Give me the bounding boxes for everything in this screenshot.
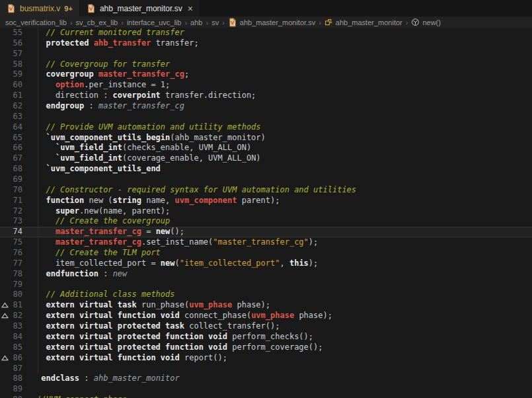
line-number[interactable]: 55 — [13, 28, 22, 38]
line-number[interactable]: 83 — [13, 321, 22, 332]
code-token — [36, 38, 46, 48]
line-number[interactable]: 77 — [13, 259, 22, 269]
code-line[interactable]: 68 `uvm_component_utils_end — [0, 164, 532, 175]
code-line[interactable]: 80 // Additional class methods — [0, 290, 532, 300]
breadcrumb-item-class[interactable]: ahb_master_monitor — [324, 18, 402, 26]
code-line[interactable]: 58 // Covergroup for transfer — [0, 60, 532, 70]
code-token: // Current monitored transfer — [36, 28, 184, 37]
line-number[interactable]: 61 — [13, 91, 22, 101]
code-line[interactable]: 74 master_transfer_cg = new(); — [0, 227, 532, 237]
line-number[interactable]: 63 — [13, 112, 22, 122]
line-number[interactable]: 68 — [13, 164, 22, 175]
line-number[interactable]: 89 — [13, 384, 22, 395]
code-text: item_collected_port = new("item_collecte… — [36, 259, 318, 269]
code-line[interactable]: 86 extern virtual function void report()… — [0, 353, 532, 364]
code-line[interactable]: 56 protected ahb_transfer transfer; — [0, 38, 532, 49]
gutter: 55 — [0, 28, 36, 38]
code-line[interactable]: 73 // Create the covergroup — [0, 216, 532, 227]
code-line[interactable]: 79 — [0, 280, 532, 290]
line-number[interactable]: 69 — [13, 175, 22, 185]
code-line[interactable]: 84 extern virtual protected function voi… — [0, 332, 532, 342]
breadcrumb-item-file[interactable]: Vahb_master_monitor.sv — [228, 17, 315, 27]
breadcrumb-item[interactable]: interface_uvc_lib — [127, 19, 182, 26]
code-line[interactable]: 87 — [0, 364, 532, 374]
code-line[interactable]: 69 — [0, 175, 532, 185]
code-line[interactable]: 59 covergroup master_transfer_cg; — [0, 69, 532, 80]
line-number[interactable]: 81 — [13, 300, 22, 311]
code-line[interactable]: 82 extern virtual function void connect_… — [0, 311, 532, 321]
gutter: 86 — [0, 353, 36, 364]
line-number[interactable]: 84 — [13, 332, 22, 342]
line-number[interactable]: 62 — [13, 101, 22, 112]
code-line[interactable]: 75 master_transfer_cg.set_inst_name("mas… — [0, 237, 532, 248]
code-line[interactable]: 62 endgroup : master_transfer_cg — [0, 101, 532, 112]
line-number[interactable]: 57 — [13, 49, 22, 60]
code-line[interactable]: 55 // Current monitored transfer — [0, 28, 532, 38]
code-line[interactable]: 90//UVM connect_phase — [0, 395, 532, 398]
code-line[interactable]: 76 // Create the TLM port — [0, 248, 532, 259]
code-token: (checks_enable, UVM_ALL_ON) — [122, 143, 251, 152]
extern-marker-icon[interactable] — [1, 313, 9, 319]
line-number[interactable]: 88 — [13, 374, 22, 384]
line-number[interactable]: 82 — [13, 311, 22, 321]
extern-marker-icon[interactable] — [1, 355, 9, 361]
breadcrumb: soc_verification_lib›sv_cb_ex_lib›interf… — [0, 17, 532, 28]
breadcrumb-item[interactable]: sv_cb_ex_lib — [76, 19, 118, 26]
code-line[interactable]: 61 direction : coverpoint transfer.direc… — [0, 91, 532, 101]
line-number[interactable]: 75 — [13, 237, 22, 248]
code-line[interactable]: 57 — [0, 49, 532, 60]
breadcrumb-item[interactable]: sv — [211, 19, 219, 26]
code-token: //UVM connect_phase — [36, 395, 127, 398]
line-number[interactable]: 73 — [13, 216, 22, 227]
line-number[interactable]: 59 — [13, 69, 22, 80]
line-number[interactable]: 74 — [13, 227, 22, 237]
code-token — [36, 133, 46, 142]
code-line[interactable]: 85 extern virtual protected function voi… — [0, 342, 532, 353]
line-number[interactable]: 86 — [13, 353, 22, 364]
code-line[interactable]: 70 // Constructor - required syntax for … — [0, 185, 532, 196]
code-line[interactable]: 71 function new (string name, uvm_compon… — [0, 196, 532, 206]
code-line[interactable]: 78 endfunction : new — [0, 269, 532, 280]
code-line[interactable]: 89 — [0, 384, 532, 395]
line-number[interactable]: 78 — [13, 269, 22, 280]
line-number[interactable]: 72 — [13, 206, 22, 217]
line-number[interactable]: 60 — [13, 80, 22, 91]
code-line[interactable]: 60 option.per_instance = 1; — [0, 80, 532, 91]
line-number[interactable]: 79 — [13, 280, 22, 290]
line-number[interactable]: 90 — [13, 395, 22, 398]
line-number[interactable]: 66 — [13, 143, 22, 153]
tab-ahb-master-monitor[interactable]: V ahb_master_monitor.sv × — [80, 0, 200, 17]
code-line[interactable]: 67 `uvm_field_int(coverage_enable, UVM_A… — [0, 153, 532, 164]
code-line[interactable]: 83 extern virtual protected task collect… — [0, 321, 532, 332]
code-line[interactable]: 88 endclass : ahb_master_monitor — [0, 374, 532, 384]
line-number[interactable]: 67 — [13, 153, 22, 164]
code-line[interactable]: 63 — [0, 112, 532, 122]
code-token: "item_collected_port" — [180, 259, 280, 268]
line-number[interactable]: 85 — [13, 342, 22, 353]
code-line[interactable]: 64 // Provide UVM automation and utility… — [0, 122, 532, 133]
line-number[interactable]: 80 — [13, 290, 22, 300]
line-number[interactable]: 56 — [13, 38, 22, 49]
code-line[interactable]: 66 `uvm_field_int(checks_enable, UVM_ALL… — [0, 143, 532, 153]
line-number[interactable]: 70 — [13, 185, 22, 196]
code-token: : — [79, 374, 94, 383]
extern-marker-icon[interactable] — [1, 302, 9, 308]
code-line[interactable]: 77 item_collected_port = new("item_colle… — [0, 259, 532, 269]
close-icon[interactable]: × — [188, 4, 193, 13]
tab-busmatrix[interactable]: V busmatrix.v 9+ — [0, 0, 79, 17]
breadcrumb-item[interactable]: soc_verification_lib — [5, 19, 67, 26]
tab-label: ahb_master_monitor.sv — [100, 4, 182, 13]
line-number[interactable]: 64 — [13, 122, 22, 133]
code-token: phase); — [294, 311, 332, 320]
code-line[interactable]: 65 `uvm_component_utils_begin(ahb_master… — [0, 133, 532, 143]
line-number[interactable]: 76 — [13, 248, 22, 259]
line-number[interactable]: 58 — [13, 60, 22, 70]
breadcrumb-item-method[interactable]: new() — [411, 18, 441, 26]
breadcrumb-item[interactable]: ahb — [190, 19, 202, 26]
code-line[interactable]: 81 extern virtual task run_phase(uvm_pha… — [0, 300, 532, 311]
line-number[interactable]: 71 — [13, 196, 22, 206]
line-number[interactable]: 65 — [13, 133, 22, 143]
line-number[interactable]: 87 — [13, 364, 22, 374]
code-line[interactable]: 72 super.new(name, parent); — [0, 206, 532, 217]
breadcrumb-separator: › — [222, 19, 225, 26]
